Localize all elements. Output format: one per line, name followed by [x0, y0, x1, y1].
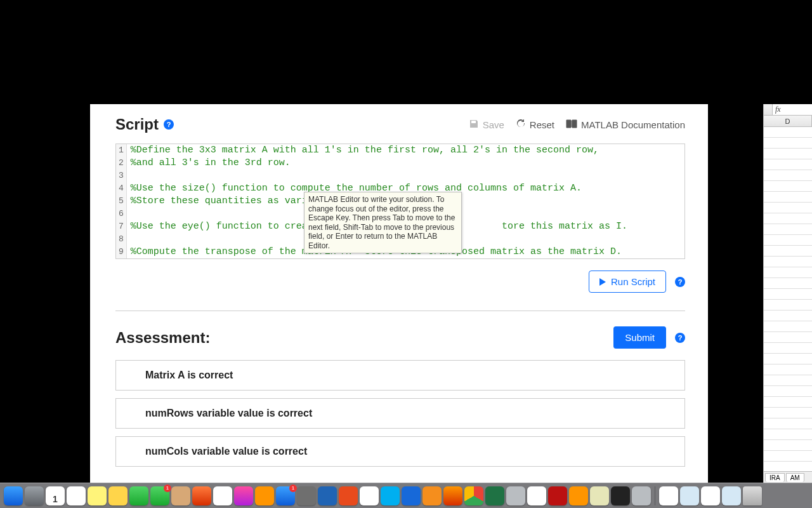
spreadsheet-cells[interactable]	[764, 127, 812, 462]
dock-doc4-icon[interactable]	[722, 486, 741, 505]
dock-notes-icon[interactable]	[88, 486, 107, 505]
dock-mail-icon[interactable]	[527, 486, 546, 505]
run-script-button[interactable]: Run Script	[589, 271, 666, 293]
sheet-tab-am[interactable]: AM	[786, 473, 804, 482]
cell-row[interactable]	[764, 451, 812, 462]
cell-row[interactable]	[764, 354, 812, 364]
dock-settings2-icon[interactable]	[569, 486, 588, 505]
dock-adobe-icon[interactable]	[548, 486, 567, 505]
dock-chrome-icon[interactable]	[464, 486, 483, 505]
divider	[115, 311, 685, 311]
cell-row[interactable]	[764, 213, 812, 224]
dock-contacts-icon[interactable]	[171, 486, 190, 505]
assessment-item[interactable]: numCols variable value is correct	[115, 436, 685, 467]
dock-teamviewer-icon[interactable]	[402, 486, 421, 505]
save-button[interactable]: Save	[469, 119, 504, 131]
run-help-icon[interactable]: ?	[675, 277, 685, 287]
docs-label: MATLAB Documentation	[581, 119, 685, 130]
dock-skype-icon[interactable]	[381, 486, 400, 505]
fx-splitter[interactable]	[764, 104, 773, 115]
column-d-header[interactable]: D	[764, 116, 812, 126]
dock-doc2-icon[interactable]	[680, 486, 699, 505]
script-title: Script ?	[115, 116, 174, 133]
cell-row[interactable]	[764, 127, 812, 138]
cell-row[interactable]	[764, 203, 812, 213]
reset-button[interactable]: Reset	[516, 119, 554, 131]
assessment-item[interactable]: numRows variable value is correct	[115, 398, 685, 429]
dock-photos-icon[interactable]	[213, 486, 232, 505]
submit-button[interactable]: Submit	[613, 326, 666, 349]
code-line[interactable]: %Define the 3x3 matrix A with all 1's in…	[131, 144, 627, 157]
assessment-header: Assessment: Submit ?	[115, 326, 685, 349]
dock-finder-icon[interactable]	[4, 486, 23, 505]
cell-row[interactable]	[764, 159, 812, 170]
sheet-tab-ira[interactable]: IRA	[765, 473, 785, 482]
cell-row[interactable]	[764, 170, 812, 181]
cell-row[interactable]	[764, 332, 812, 343]
code-line[interactable]: %and all 3's in the 3rd row.	[131, 157, 627, 170]
line-number: 1	[119, 144, 124, 157]
dock-word-icon[interactable]	[318, 486, 337, 505]
cell-row[interactable]	[764, 321, 812, 332]
help-icon[interactable]: ?	[164, 119, 174, 130]
cell-row[interactable]	[764, 224, 812, 235]
assessment-help-icon[interactable]: ?	[675, 333, 685, 343]
dock-calendar-icon[interactable]: 1	[46, 486, 65, 505]
dock-ibooks-icon[interactable]	[255, 486, 274, 505]
dock-help2-icon[interactable]	[632, 486, 651, 505]
formula-bar[interactable]: fx	[764, 104, 812, 116]
dock-appstore-icon[interactable]	[276, 486, 295, 505]
cell-row[interactable]	[764, 257, 812, 267]
dock-messages-icon[interactable]	[129, 486, 148, 505]
dock-sysprefs-icon[interactable]	[297, 486, 316, 505]
cell-row[interactable]	[764, 235, 812, 246]
cell-row[interactable]	[764, 397, 812, 408]
assessment-list: Matrix A is correctnumRows variable valu…	[115, 360, 685, 467]
cell-row[interactable]	[764, 418, 812, 429]
code-editor[interactable]: 123456789 %Define the 3x3 matrix A with …	[115, 144, 685, 259]
line-number: 8	[119, 233, 124, 246]
dock-docs2-icon[interactable]	[590, 486, 609, 505]
cell-row[interactable]	[764, 278, 812, 289]
dock-trash-icon[interactable]	[743, 486, 762, 505]
macos-dock: 1	[0, 483, 812, 508]
dock-itunes-icon[interactable]	[234, 486, 253, 505]
dock-facetime-icon[interactable]	[150, 486, 169, 505]
dock-firefox-icon[interactable]	[443, 486, 462, 505]
cell-row[interactable]	[764, 149, 812, 159]
dock-onedrive-icon[interactable]	[360, 486, 379, 505]
dock-excel-icon[interactable]	[485, 486, 504, 505]
dock-photobooth-icon[interactable]	[192, 486, 211, 505]
cell-row[interactable]	[764, 408, 812, 418]
cell-row[interactable]	[764, 375, 812, 386]
dock-doc3-icon[interactable]	[701, 486, 720, 505]
cell-row[interactable]	[764, 386, 812, 397]
cell-row[interactable]	[764, 343, 812, 354]
cell-row[interactable]	[764, 311, 812, 321]
cell-row[interactable]	[764, 440, 812, 451]
cell-row[interactable]	[764, 364, 812, 375]
dock-stickies-icon[interactable]	[108, 486, 128, 505]
assessment-item[interactable]: Matrix A is correct	[115, 360, 685, 391]
line-number: 7	[119, 220, 124, 233]
dock-reminders-icon[interactable]	[67, 486, 86, 505]
dock-powerpoint-icon[interactable]	[339, 486, 358, 505]
code-line[interactable]	[131, 170, 627, 182]
dock-launchpad-icon[interactable]	[25, 486, 44, 505]
cell-row[interactable]	[764, 181, 812, 192]
dock-terminal-icon[interactable]	[611, 486, 630, 505]
run-label: Run Script	[611, 276, 655, 287]
dock-doc1-icon[interactable]	[659, 486, 678, 505]
cell-row[interactable]	[764, 246, 812, 257]
cell-row[interactable]	[764, 289, 812, 300]
cell-row[interactable]	[764, 300, 812, 311]
cell-row[interactable]	[764, 192, 812, 203]
cell-row[interactable]	[764, 429, 812, 440]
dock-vlc-icon[interactable]	[422, 486, 442, 505]
dock-help-icon[interactable]	[506, 486, 525, 505]
fx-label: fx	[773, 105, 783, 114]
editor-tooltip: MATLAB Editor to write your solution. To…	[304, 192, 462, 253]
docs-button[interactable]: MATLAB Documentation	[566, 119, 685, 130]
cell-row[interactable]	[764, 267, 812, 278]
cell-row[interactable]	[764, 138, 812, 149]
